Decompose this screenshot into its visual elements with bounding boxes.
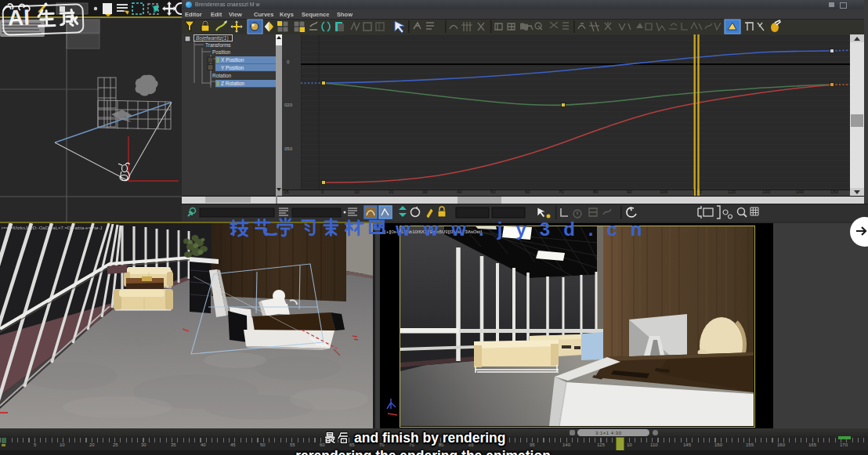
svg-text:Z Rotation: Z Rotation xyxy=(221,81,244,86)
svg-text:www.jy3d.cn: www.jy3d.cn xyxy=(395,218,645,240)
svg-text:Position: Position xyxy=(212,49,231,55)
svg-text:Transforms: Transforms xyxy=(205,42,231,48)
svg-text:Bojefwanttz(1): Bojefwanttz(1) xyxy=(196,35,229,42)
svg-text:X Position: X Position xyxy=(221,57,244,63)
svg-text:Y Position: Y Position xyxy=(221,65,244,70)
svg-text:Rotation: Rotation xyxy=(212,73,232,78)
